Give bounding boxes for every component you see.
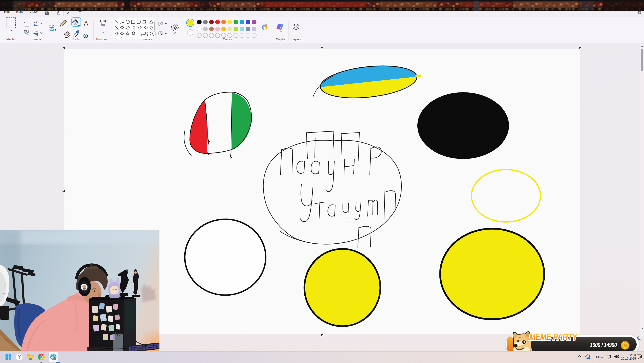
svg-text:A: A bbox=[84, 20, 88, 27]
svg-text:ENG: ENG bbox=[596, 355, 603, 359]
svg-text:M: M bbox=[624, 344, 627, 348]
